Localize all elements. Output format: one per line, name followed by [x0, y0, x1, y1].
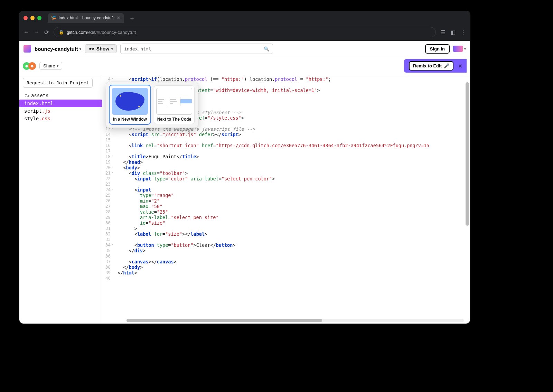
browser-tabbar: 🎏 index.html – bouncy-candytuft ✕ ＋ [19, 11, 470, 25]
show-option-next-to-code[interactable]: Next to The Code [154, 85, 195, 124]
line-number: 25 [102, 193, 118, 198]
app-main: Request to Join Project 🗂 assets index.h… [19, 75, 470, 324]
code-line[interactable]: 21˅ <div class="toolbar"> [102, 170, 470, 176]
code-line[interactable]: 15 [102, 137, 470, 143]
browser-tab[interactable]: 🎏 index.html – bouncy-candytuft ✕ [48, 13, 124, 23]
code-content: max="50" [118, 204, 470, 209]
code-line[interactable]: 27 max="50" [102, 204, 470, 209]
code-content: aria-label="select pen size" [118, 215, 470, 220]
avatar-icon [453, 46, 463, 52]
code-content: <label for="size"></label> [118, 231, 470, 237]
code-line[interactable]: 39</html> [102, 270, 470, 276]
close-tab-icon[interactable]: ✕ [116, 15, 121, 21]
line-number: 37 [102, 259, 118, 264]
browser-address-bar: ← → ⟳ 🔒 glitch.com/edit/#!/bouncy-candyt… [19, 25, 470, 41]
remix-label: Remix to Edit [413, 63, 442, 68]
line-number: 31 [102, 226, 118, 231]
code-line[interactable]: 19 </head> [102, 159, 470, 165]
chevron-down-icon: ▾ [464, 47, 466, 51]
share-button[interactable]: Share ▾ [39, 62, 62, 70]
code-content: value="25" [118, 209, 470, 215]
horizontal-scrollbar[interactable] [126, 319, 464, 322]
file-item[interactable]: index.html [19, 100, 102, 107]
code-line[interactable]: 26 min="2" [102, 198, 470, 204]
code-line[interactable]: 29 aria-label="select pen size" [102, 215, 470, 220]
code-line[interactable]: 34˅ <button type="button">Clear</button> [102, 242, 470, 248]
file-sidebar: Request to Join Project 🗂 assets index.h… [19, 75, 102, 324]
code-line[interactable]: 25 type="range" [102, 193, 470, 198]
code-content: <button type="button">Clear</button> [118, 242, 470, 248]
profile-icon[interactable]: ◧ [450, 29, 456, 36]
presence-avatars[interactable]: ☻ ☻ [23, 62, 36, 70]
thumbnail-icon [156, 88, 192, 115]
code-line[interactable]: 18˅ <title>Fugu Paint</title> [102, 154, 470, 159]
code-line[interactable]: 16 <link rel="shortcut icon" href="https… [102, 143, 470, 148]
code-line[interactable]: 37 <canvas></canvas> [102, 259, 470, 264]
code-content [118, 237, 470, 242]
remix-banner: Remix to Edit 🎤 ✕ [404, 59, 467, 73]
code-line[interactable]: 32 <label for="size"></label> [102, 231, 470, 237]
code-content [118, 137, 470, 143]
line-number: 39 [102, 270, 118, 276]
show-option-label: In a New Window [112, 117, 148, 122]
chevron-down-icon: ▾ [111, 47, 113, 51]
maximize-window-icon[interactable] [37, 16, 41, 20]
code-line[interactable]: 24˅ <input [102, 187, 470, 193]
close-window-icon[interactable] [24, 16, 28, 20]
sign-in-button[interactable]: Sign In [425, 44, 450, 54]
code-line[interactable]: 17 [102, 148, 470, 154]
close-icon[interactable]: ✕ [456, 63, 465, 69]
share-label: Share [43, 63, 55, 68]
glitch-app: bouncy-candytuft ▾ 🕶️ Show ▾ index.html … [19, 41, 470, 324]
code-line[interactable]: 33 [102, 237, 470, 242]
assets-folder[interactable]: 🗂 assets [19, 91, 102, 100]
code-content: <script src="/script.js" defer></script> [118, 132, 470, 137]
code-line[interactable]: 36 [102, 253, 470, 259]
show-option-new-window[interactable]: ✦✦ In a New Window [110, 85, 150, 124]
reader-icon[interactable]: ☰ [441, 29, 446, 36]
code-line[interactable]: 22 <input type="color" aria-label="selec… [102, 176, 470, 181]
code-line[interactable]: 23 [102, 181, 470, 187]
project-name-dropdown[interactable]: bouncy-candytuft ▾ [35, 46, 81, 52]
minimize-window-icon[interactable] [30, 16, 35, 20]
line-number: 21˅ [102, 170, 118, 176]
app-secondbar: ☻ ☻ Share ▾ Remix to Edit 🎤 ✕ [19, 57, 470, 75]
code-line[interactable]: 35 </div> [102, 248, 470, 253]
remix-button[interactable]: Remix to Edit 🎤 [409, 61, 453, 71]
back-icon[interactable]: ← [24, 29, 29, 35]
code-line[interactable]: 4˅ <script>if(location.protocol !== "htt… [102, 76, 470, 82]
reload-icon[interactable]: ⟳ [44, 29, 49, 36]
vertical-scrollbar[interactable] [466, 82, 469, 314]
url-path: /edit/#!/bouncy-candytuft [87, 30, 136, 35]
new-tab-button[interactable]: ＋ [127, 14, 137, 22]
line-number: 29 [102, 215, 118, 220]
forward-icon[interactable]: → [34, 29, 39, 35]
show-option-label: Next to The Code [156, 117, 192, 122]
file-item[interactable]: style.css [19, 115, 102, 122]
code-line[interactable]: 38 </body> [102, 264, 470, 270]
tab-title: index.html – bouncy-candytuft [59, 16, 114, 20]
code-line[interactable]: 20˅ <body> [102, 165, 470, 170]
search-value: index.html [124, 46, 151, 52]
file-item[interactable]: script.js [19, 107, 102, 115]
line-number: 27 [102, 204, 118, 209]
code-line[interactable]: 31 > [102, 226, 470, 231]
menu-icon[interactable]: ⋮ [460, 29, 466, 36]
request-join-button[interactable]: Request to Join Project [23, 78, 93, 88]
code-line[interactable]: 40 [102, 276, 470, 281]
sunglasses-icon: 🕶️ [88, 46, 94, 52]
line-number: 26 [102, 198, 118, 204]
code-line[interactable]: 28 value="25" [102, 209, 470, 215]
glitch-logo-icon[interactable] [24, 45, 31, 53]
line-number: 23 [102, 181, 118, 187]
code-content: <link rel="shortcut icon" href="https://… [118, 143, 470, 148]
code-content: <body> [118, 165, 470, 170]
file-search-input[interactable]: index.html 🔍 [120, 44, 273, 54]
code-line[interactable]: 30 id="size" [102, 220, 470, 226]
code-content [118, 148, 470, 154]
user-avatar[interactable]: ▾ [453, 46, 466, 52]
show-button[interactable]: 🕶️ Show ▾ [85, 44, 117, 53]
code-line[interactable]: 14 <script src="/script.js" defer></scri… [102, 132, 470, 137]
code-content: </head> [118, 159, 470, 165]
url-input[interactable]: 🔒 glitch.com/edit/#!/bouncy-candytuft [54, 27, 436, 37]
